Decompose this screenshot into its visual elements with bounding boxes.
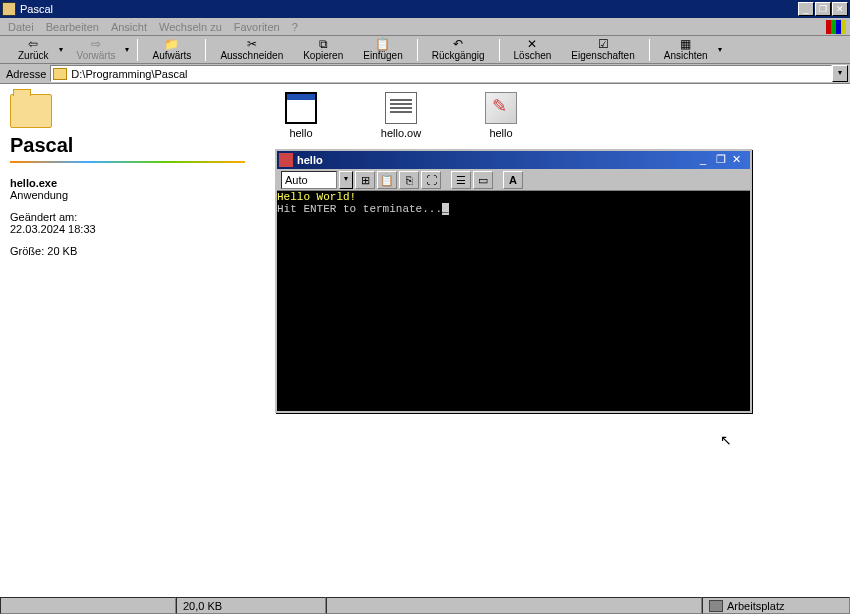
console-btn-font[interactable]: A: [503, 171, 523, 189]
back-label: Zurück: [18, 50, 49, 61]
font-mode-select[interactable]: Auto: [281, 171, 337, 189]
separator: [137, 39, 138, 61]
window-titlebar: Pascal _ ❐ ✕: [0, 0, 850, 18]
paste-icon: 📋: [375, 38, 390, 50]
address-dropdown[interactable]: ▾: [832, 65, 848, 82]
modified-label: Geändert am:: [10, 211, 245, 223]
console-btn-1[interactable]: ⊞: [355, 171, 375, 189]
status-bar: 20,0 KB Arbeitsplatz: [0, 596, 850, 614]
size-label: Größe:: [10, 245, 44, 257]
info-panel: Pascal hello.exe Anwendung Geändert am: …: [0, 84, 255, 596]
separator: [417, 39, 418, 61]
menu-help[interactable]: ?: [292, 21, 298, 33]
status-location-text: Arbeitsplatz: [727, 600, 784, 612]
windows-logo-icon: [826, 20, 846, 34]
maximize-button[interactable]: ❐: [815, 2, 831, 16]
forward-arrow-icon: ⇨: [91, 38, 101, 50]
status-location: Arbeitsplatz: [702, 597, 850, 614]
console-titlebar[interactable]: hello _ ❐ ✕: [277, 151, 750, 169]
separator: [205, 39, 206, 61]
properties-icon: ☑: [598, 38, 609, 50]
console-window: hello _ ❐ ✕ Auto ▾ ⊞ 📋 ⎘ ⛶ ☰ ▭ A: [275, 149, 752, 413]
selected-file-name: hello.exe: [10, 177, 245, 189]
console-line-2: Hit ENTER to terminate..._: [277, 203, 750, 215]
back-dropdown[interactable]: ▾: [59, 45, 67, 54]
undo-button[interactable]: ↶ Rückgängig: [422, 37, 495, 63]
modified-value: 22.03.2024 18:33: [10, 223, 245, 235]
menu-edit[interactable]: Bearbeiten: [46, 21, 99, 33]
exe-file-icon: [485, 92, 517, 124]
views-icon: ▦: [680, 38, 691, 50]
console-toolbar: Auto ▾ ⊞ 📋 ⎘ ⛶ ☰ ▭ A: [277, 169, 750, 191]
undo-icon: ↶: [453, 38, 463, 50]
file-list-area[interactable]: hello hello.ow hello hello _ ❐ ✕ A: [255, 84, 850, 596]
console-btn-background[interactable]: ▭: [473, 171, 493, 189]
console-minimize-button[interactable]: _: [700, 153, 716, 167]
delete-label: Löschen: [514, 50, 552, 61]
status-panel-spacer: [326, 597, 702, 614]
font-mode-value: Auto: [285, 174, 308, 186]
computer-icon: [709, 600, 723, 612]
toolbar: ⇦ Zurück ▾ ⇨ Vorwärts ▾ 📁 Aufwärts ✂ Aus…: [0, 36, 850, 64]
up-folder-icon: 📁: [164, 38, 179, 50]
font-mode-dropdown[interactable]: ▾: [339, 171, 353, 189]
delete-button[interactable]: ✕ Löschen: [504, 37, 562, 63]
console-btn-properties[interactable]: ☰: [451, 171, 471, 189]
cut-button[interactable]: ✂ Ausschneiden: [210, 37, 293, 63]
delete-icon: ✕: [527, 38, 537, 50]
properties-label: Eigenschaften: [571, 50, 634, 61]
close-button[interactable]: ✕: [832, 2, 848, 16]
selected-file-type: Anwendung: [10, 189, 245, 201]
views-dropdown[interactable]: ▾: [718, 45, 726, 54]
menu-view[interactable]: Ansicht: [111, 21, 147, 33]
properties-button[interactable]: ☑ Eigenschaften: [561, 37, 644, 63]
console-btn-2[interactable]: 📋: [377, 171, 397, 189]
size-value: 20 KB: [47, 245, 77, 257]
forward-label: Vorwärts: [77, 50, 116, 61]
separator: [649, 39, 650, 61]
file-label: hello.ow: [381, 127, 421, 139]
cut-label: Ausschneiden: [220, 50, 283, 61]
file-hello-ow[interactable]: hello.ow: [371, 92, 431, 139]
console-close-button[interactable]: ✕: [732, 153, 748, 167]
separator: [499, 39, 500, 61]
divider: [10, 161, 245, 163]
window-file-icon: [285, 92, 317, 124]
file-hello[interactable]: hello: [271, 92, 331, 139]
address-bar: Adresse D:\Programming\Pascal ▾: [0, 64, 850, 84]
status-size: 20,0 KB: [176, 597, 326, 614]
undo-label: Rückgängig: [432, 50, 485, 61]
menu-goto[interactable]: Wechseln zu: [159, 21, 222, 33]
menu-file[interactable]: Datei: [8, 21, 34, 33]
console-output[interactable]: Hello World! Hit ENTER to terminate..._: [277, 191, 750, 411]
console-btn-3[interactable]: ⎘: [399, 171, 419, 189]
back-arrow-icon: ⇦: [28, 38, 38, 50]
minimize-button[interactable]: _: [798, 2, 814, 16]
copy-button[interactable]: ⧉ Kopieren: [293, 37, 353, 63]
menu-favorites[interactable]: Favoriten: [234, 21, 280, 33]
menu-bar: Datei Bearbeiten Ansicht Wechseln zu Fav…: [0, 18, 850, 36]
console-line-1: Hello World!: [277, 191, 750, 203]
console-app-icon: [279, 153, 293, 167]
forward-dropdown[interactable]: ▾: [125, 45, 133, 54]
cursor-icon: ↖: [720, 432, 732, 448]
scissors-icon: ✂: [247, 38, 257, 50]
size-row: Größe: 20 KB: [10, 245, 245, 257]
forward-button[interactable]: ⇨ Vorwärts: [67, 37, 126, 63]
paste-button[interactable]: 📋 Einfügen: [353, 37, 412, 63]
back-button[interactable]: ⇦ Zurück: [8, 37, 59, 63]
console-btn-fullscreen[interactable]: ⛶: [421, 171, 441, 189]
file-label: hello: [489, 127, 512, 139]
file-hello-exe[interactable]: hello: [471, 92, 531, 139]
address-field[interactable]: D:\Programming\Pascal: [50, 65, 832, 82]
views-label: Ansichten: [664, 50, 708, 61]
address-label: Adresse: [2, 68, 50, 80]
console-maximize-button[interactable]: ❐: [716, 153, 732, 167]
up-label: Aufwärts: [152, 50, 191, 61]
folder-large-icon: [10, 94, 52, 128]
folder-title: Pascal: [10, 134, 245, 157]
views-button[interactable]: ▦ Ansichten: [654, 37, 718, 63]
folder-icon: [53, 68, 67, 80]
paste-label: Einfügen: [363, 50, 402, 61]
up-button[interactable]: 📁 Aufwärts: [142, 37, 201, 63]
